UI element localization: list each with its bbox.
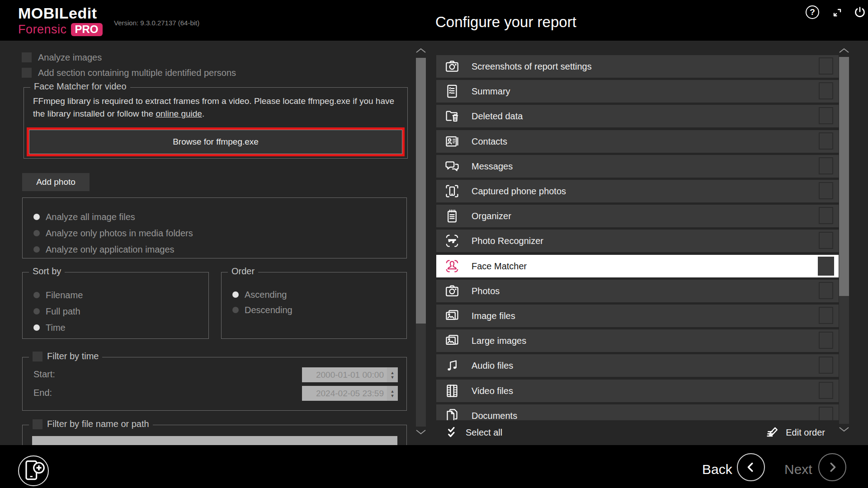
scroll-up-icon[interactable]: [838, 47, 850, 54]
filename-filter-input[interactable]: [32, 436, 397, 445]
radio-option[interactable]: Filename: [33, 290, 83, 300]
scroll-down-icon[interactable]: [415, 428, 427, 436]
radio-button[interactable]: [33, 324, 40, 331]
section-checkbox[interactable]: [819, 182, 833, 199]
report-section-row[interactable]: Video files: [436, 380, 839, 402]
list-action-bar: Select all Edit order: [429, 420, 839, 445]
add-phone-button[interactable]: [18, 455, 49, 486]
checkbox[interactable]: [22, 68, 32, 78]
content-area: Analyze imagesAdd section containing mul…: [0, 41, 868, 445]
report-section-label: Photo Recognizer: [472, 236, 543, 246]
radio-option[interactable]: Analyze only application images: [33, 244, 175, 255]
report-section-row[interactable]: Screenshots of report settings: [436, 55, 839, 78]
right-scrollbar-thumb[interactable]: [839, 57, 849, 296]
end-date-value: 2024-02-05 23:59: [302, 386, 387, 401]
radio-button[interactable]: [33, 292, 40, 298]
radio-button[interactable]: [232, 307, 239, 313]
next-label: Next: [784, 462, 812, 477]
report-section-label: Documents: [472, 411, 517, 421]
report-section-row[interactable]: Large images: [436, 329, 839, 352]
spinner-up-icon[interactable]: ▲: [391, 389, 395, 394]
filter-by-time-checkbox[interactable]: [33, 352, 42, 361]
section-checkbox[interactable]: [819, 157, 833, 174]
start-date-spinner[interactable]: ▲▼: [387, 367, 398, 382]
checkbox-row[interactable]: Add section containing multiple identifi…: [22, 67, 236, 79]
section-checkbox[interactable]: [819, 207, 833, 224]
report-section-row[interactable]: Audio files: [436, 354, 839, 377]
report-section-row[interactable]: Photo Recognizer: [436, 230, 839, 252]
browse-ffmpeg-button[interactable]: Browse for ffmpeg.exe: [29, 130, 402, 154]
face-matcher-group-legend: Face Matcher for video: [30, 81, 130, 92]
back-label[interactable]: Back: [702, 462, 732, 477]
report-sections-list: Screenshots of report settingsSummaryDel…: [436, 55, 839, 445]
section-checkbox[interactable]: [819, 57, 833, 75]
report-section-row[interactable]: Deleted data: [436, 105, 839, 127]
checkbox[interactable]: [22, 52, 32, 62]
radio-option[interactable]: Analyze all image files: [33, 211, 135, 222]
spinner-up-icon[interactable]: ▲: [391, 371, 395, 375]
video-files-icon: [443, 382, 461, 399]
section-checkbox[interactable]: [819, 82, 833, 99]
contacts-icon: [443, 133, 461, 150]
radio-option[interactable]: Analyze only photos in media folders: [33, 228, 193, 239]
scroll-down-icon[interactable]: [838, 426, 850, 433]
radio-button[interactable]: [232, 291, 239, 298]
report-section-row[interactable]: Image files: [436, 305, 839, 327]
report-section-row[interactable]: Summary: [436, 80, 839, 103]
spinner-down-icon[interactable]: ▼: [391, 375, 395, 380]
edit-order-label: Edit order: [786, 427, 825, 438]
app-window: MOBILedit Forensic PRO Version: 9.3.0.27…: [0, 0, 868, 488]
checkbox-label: Add section containing multiple identifi…: [38, 68, 236, 78]
section-checkbox[interactable]: [819, 232, 833, 249]
radio-option[interactable]: Full path: [33, 306, 80, 317]
radio-button[interactable]: [33, 246, 40, 253]
section-checkbox[interactable]: [819, 107, 833, 124]
resize-window-icon[interactable]: [830, 5, 844, 20]
messages-icon: [443, 158, 461, 175]
section-checkbox[interactable]: [819, 357, 833, 374]
section-checkbox[interactable]: [819, 307, 833, 324]
power-icon[interactable]: [853, 5, 867, 20]
radio-label: Ascending: [245, 290, 287, 300]
radio-option[interactable]: Ascending: [232, 289, 287, 300]
section-checkbox[interactable]: [819, 282, 833, 299]
report-section-row[interactable]: Organizer: [436, 205, 839, 227]
filter-by-time-group: Filter by time Start: 2000-01-01 00:00 ▲…: [22, 357, 407, 411]
filter-by-time-label: Filter by time: [47, 351, 99, 361]
report-section-label: Deleted data: [472, 111, 523, 122]
checkbox-row[interactable]: Analyze images: [22, 52, 236, 63]
online-guide-link[interactable]: online guide: [156, 109, 202, 118]
start-date-input[interactable]: 2000-01-01 00:00 ▲▼: [302, 367, 398, 382]
select-all-button[interactable]: Select all: [445, 426, 502, 440]
report-section-row[interactable]: Face Matcher: [436, 255, 839, 277]
end-date-input[interactable]: 2024-02-05 23:59 ▲▼: [302, 386, 398, 401]
radio-button[interactable]: [33, 214, 40, 220]
next-button[interactable]: [818, 453, 846, 481]
help-icon[interactable]: ?: [806, 5, 820, 20]
add-photo-button[interactable]: Add photo: [22, 173, 90, 191]
report-section-row[interactable]: Messages: [436, 155, 839, 178]
radio-button[interactable]: [33, 308, 40, 314]
end-date-spinner[interactable]: ▲▼: [387, 386, 398, 401]
section-checkbox[interactable]: [818, 257, 834, 276]
radio-option[interactable]: Descending: [232, 305, 292, 315]
logo-pro-badge: PRO: [71, 23, 103, 36]
report-section-label: Contacts: [472, 136, 507, 147]
radio-button[interactable]: [33, 230, 40, 236]
radio-label: Full path: [46, 306, 80, 317]
spinner-down-icon[interactable]: ▼: [391, 394, 395, 398]
section-checkbox[interactable]: [819, 382, 833, 399]
edit-order-button[interactable]: Edit order: [765, 426, 825, 440]
section-checkbox[interactable]: [819, 132, 833, 150]
report-section-row[interactable]: Photos: [436, 280, 839, 302]
radio-option[interactable]: Time: [33, 322, 66, 333]
report-section-row[interactable]: Contacts: [436, 130, 839, 153]
order-group: Order AscendingDescending: [221, 272, 407, 339]
ffmpeg-description-text: FFmpeg library is required to extract fr…: [33, 96, 394, 118]
filter-by-name-checkbox[interactable]: [33, 419, 42, 429]
report-section-row[interactable]: Captured phone photos: [436, 180, 839, 202]
left-scrollbar-thumb[interactable]: [416, 58, 426, 324]
back-button[interactable]: [737, 453, 765, 481]
section-checkbox[interactable]: [819, 332, 833, 349]
scroll-up-icon[interactable]: [415, 47, 427, 54]
